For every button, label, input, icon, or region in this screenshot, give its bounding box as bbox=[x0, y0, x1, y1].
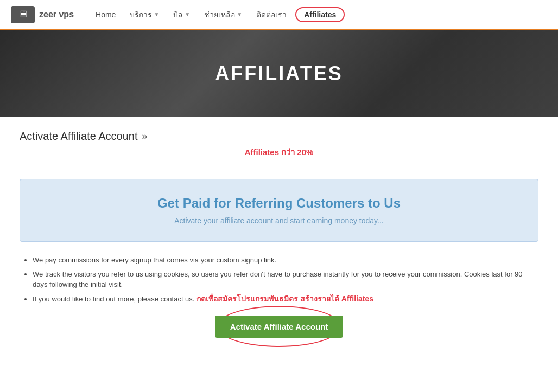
nav-billing-label: บิล bbox=[173, 9, 183, 21]
nav-help-label: ช่วยเหลือ bbox=[204, 9, 235, 21]
logo-icon: 🖥 bbox=[11, 6, 35, 23]
info-box: Get Paid for Referring Customers to Us A… bbox=[20, 179, 538, 242]
section-chevron-icon: » bbox=[142, 131, 148, 142]
bullet-3-text: If you would like to find out more, plea… bbox=[33, 295, 194, 303]
divider bbox=[20, 168, 538, 168]
nav-affiliates[interactable]: Affiliates bbox=[295, 7, 345, 22]
bullet-2-text: We track the visitors you refer to us us… bbox=[33, 270, 523, 289]
nav-home[interactable]: Home bbox=[90, 7, 121, 22]
nav-billing[interactable]: บิล ▼ bbox=[168, 5, 195, 24]
subtitle-bar: Affiliates กว่า 20% bbox=[20, 146, 538, 159]
section-heading: Activate Affiliate Account » bbox=[20, 130, 538, 143]
navbar: 🖥 zeer vps Home บริการ ▼ บิล ▼ ช่วยเหลือ… bbox=[0, 0, 558, 30]
bullet-list: We pay commissions for every signup that… bbox=[33, 255, 538, 305]
chevron-down-icon: ▼ bbox=[237, 11, 242, 17]
bullet-1-text: We pay commissions for every signup that… bbox=[33, 256, 276, 264]
activate-affiliate-button[interactable]: Activate Affiliate Account bbox=[215, 316, 344, 338]
nav-affiliates-label: Affiliates bbox=[304, 10, 336, 19]
subtitle-text: Affiliates กว่า 20% bbox=[245, 147, 314, 157]
chevron-down-icon: ▼ bbox=[154, 11, 159, 17]
chevron-down-icon: ▼ bbox=[185, 11, 190, 17]
info-box-subtitle: Activate your affiliate account and star… bbox=[31, 216, 527, 225]
hero-title: AFFILIATES bbox=[215, 62, 343, 85]
nav-links: Home บริการ ▼ บิล ▼ ช่วยเหลือ ▼ ติดต่อเร… bbox=[90, 5, 547, 24]
promo-text: กดเพื่อสมัครโปรแกรมพันธมิตร สร้างรายได้ … bbox=[196, 294, 373, 303]
nav-help[interactable]: ช่วยเหลือ ▼ bbox=[199, 5, 248, 24]
nav-home-label: Home bbox=[96, 10, 116, 19]
nav-contact[interactable]: ติดต่อเรา bbox=[251, 5, 292, 24]
info-box-title: Get Paid for Referring Customers to Us bbox=[31, 196, 527, 211]
nav-services[interactable]: บริการ ▼ bbox=[124, 5, 164, 24]
activate-button-area: Activate Affiliate Account bbox=[20, 316, 538, 338]
section-heading-text: Activate Affiliate Account bbox=[20, 130, 138, 143]
hero-banner: AFFILIATES bbox=[0, 30, 558, 117]
list-item: If you would like to find out more, plea… bbox=[33, 293, 538, 305]
main-content: Activate Affiliate Account » Affiliates … bbox=[0, 117, 558, 359]
logo-area: 🖥 zeer vps bbox=[11, 6, 74, 23]
list-item: We pay commissions for every signup that… bbox=[33, 255, 538, 266]
nav-contact-label: ติดต่อเรา bbox=[256, 9, 287, 21]
list-item: We track the visitors you refer to us us… bbox=[33, 269, 538, 290]
brand-name: zeer vps bbox=[39, 10, 74, 20]
nav-services-label: บริการ bbox=[130, 9, 152, 21]
logo-icon-glyph: 🖥 bbox=[18, 9, 28, 20]
